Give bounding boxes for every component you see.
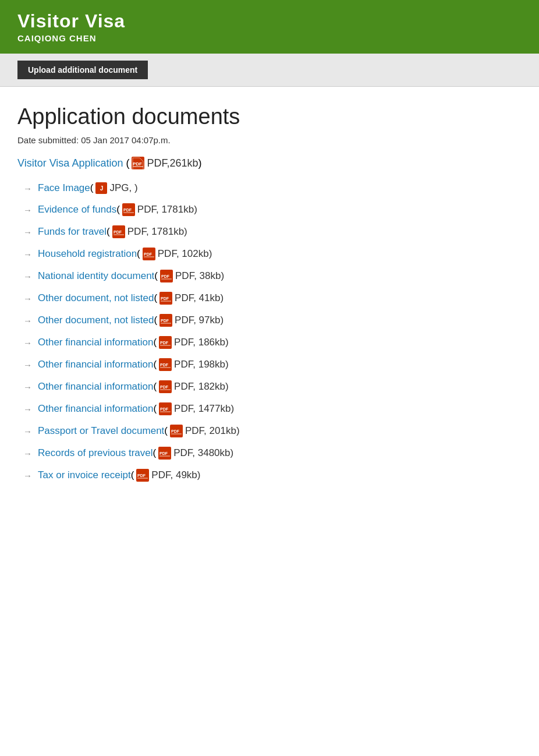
- open-paren: (: [107, 226, 110, 238]
- doc-meta: PDF, 182kb): [174, 381, 229, 393]
- open-paren: (: [154, 270, 158, 282]
- list-item: →Evidence of funds ( PDF PDF, 1781kb): [23, 203, 522, 216]
- pdf-icon: PDF: [159, 336, 172, 349]
- arrow-icon: →: [23, 404, 32, 414]
- open-paren: (: [116, 204, 120, 216]
- open-paren: (: [154, 292, 157, 304]
- open-paren: (: [153, 447, 156, 459]
- document-link[interactable]: Other financial information: [38, 359, 153, 370]
- document-link[interactable]: Other document, not listed: [38, 292, 154, 304]
- arrow-icon: →: [23, 316, 32, 326]
- content-area: Application documents Date submitted: 05…: [0, 87, 539, 514]
- svg-text:PDF: PDF: [171, 429, 180, 433]
- arrow-icon: →: [23, 249, 32, 259]
- document-link[interactable]: Household registration: [38, 248, 137, 260]
- open-paren: (: [154, 315, 157, 326]
- svg-text:PDF: PDF: [144, 252, 153, 256]
- arrow-icon: →: [23, 271, 32, 281]
- svg-text:PDF: PDF: [160, 341, 169, 345]
- arrow-icon: →: [23, 183, 32, 193]
- svg-text:PDF: PDF: [161, 274, 170, 278]
- list-item: →Other financial information ( PDF PDF, …: [23, 380, 522, 393]
- doc-meta: PDF, 38kb): [175, 270, 224, 282]
- list-item: →Other financial information ( PDF PDF, …: [23, 358, 522, 371]
- arrow-icon: →: [23, 227, 32, 237]
- doc-meta: PDF, 198kb): [174, 359, 229, 370]
- doc-meta: PDF, 1477kb): [174, 403, 234, 415]
- arrow-icon: →: [23, 338, 32, 348]
- document-link[interactable]: Passport or Travel document: [38, 425, 164, 437]
- arrow-icon: →: [23, 382, 32, 392]
- open-paren: (: [137, 248, 140, 260]
- svg-text:PDF: PDF: [123, 208, 132, 212]
- document-list: →Face Image (JPG, )→Evidence of funds ( …: [17, 182, 522, 482]
- pdf-icon: PDF: [136, 469, 149, 482]
- document-link[interactable]: Face Image: [38, 182, 90, 194]
- list-item: →Other financial information ( PDF PDF, …: [23, 336, 522, 349]
- document-link[interactable]: Other financial information: [38, 337, 153, 348]
- header: Visitor Visa CAIQIONG CHEN: [0, 0, 539, 54]
- list-item: →Other document, not listed ( PDF PDF, 4…: [23, 292, 522, 305]
- list-item: →Face Image (JPG, ): [23, 182, 522, 194]
- page-heading: Application documents: [17, 104, 522, 129]
- doc-meta: PDF, 3480kb): [173, 447, 233, 459]
- document-link[interactable]: Funds for travel: [38, 226, 107, 238]
- list-item: →Passport or Travel document ( PDF PDF, …: [23, 425, 522, 437]
- list-item: →Other document, not listed ( PDF PDF, 9…: [23, 314, 522, 327]
- doc-meta: JPG, ): [109, 182, 137, 194]
- pdf-icon: PDF: [159, 358, 172, 371]
- svg-text:PDF: PDF: [161, 296, 169, 301]
- header-subtitle: CAIQIONG CHEN: [17, 33, 522, 43]
- pdf-icon: PDF: [112, 225, 125, 238]
- document-link[interactable]: Other document, not listed: [38, 315, 154, 326]
- pdf-icon: PDF: [122, 203, 135, 216]
- doc-meta: PDF, 186kb): [174, 337, 229, 348]
- pdf-icon: PDF: [132, 157, 144, 169]
- pdf-icon: PDF: [159, 292, 172, 305]
- doc-meta: PDF, 1781kb): [137, 204, 197, 216]
- pdf-icon: PDF: [159, 402, 172, 415]
- pdf-icon: PDF: [160, 270, 173, 282]
- date-submitted: Date submitted: 05 Jan 2017 04:07p.m.: [17, 135, 522, 145]
- document-link[interactable]: Records of previous travel: [38, 447, 153, 459]
- doc-meta: PDF, 49kb): [151, 469, 200, 481]
- document-link[interactable]: National identity document: [38, 270, 154, 282]
- list-item: →Tax or invoice receipt ( PDF PDF, 49kb): [23, 469, 522, 482]
- header-title: Visitor Visa: [17, 10, 522, 32]
- arrow-icon: →: [23, 360, 32, 370]
- pdf-icon: PDF: [143, 248, 155, 260]
- list-item: →Funds for travel ( PDF PDF, 1781kb): [23, 225, 522, 238]
- open-paren: (: [131, 469, 134, 481]
- svg-text:PDF: PDF: [137, 474, 146, 478]
- arrow-icon: →: [23, 426, 32, 436]
- visitor-visa-application-link[interactable]: Visitor Visa Application: [17, 157, 123, 169]
- document-link[interactable]: Evidence of funds: [38, 204, 116, 216]
- open-paren: (: [90, 182, 94, 194]
- arrow-icon: →: [23, 448, 32, 458]
- svg-text:PDF: PDF: [161, 319, 169, 323]
- svg-text:PDF: PDF: [114, 230, 122, 234]
- open-paren: (: [153, 381, 157, 393]
- main-doc-meta: PDF,261kb: [147, 157, 198, 169]
- svg-text:PDF: PDF: [133, 161, 142, 167]
- doc-meta: PDF, 201kb): [185, 425, 240, 437]
- page-wrapper: Visitor Visa CAIQIONG CHEN Upload additi…: [0, 0, 539, 756]
- open-paren: (: [153, 403, 157, 415]
- upload-additional-document-button[interactable]: Upload additional document: [17, 61, 148, 79]
- main-doc-open-paren: (: [123, 157, 129, 169]
- pdf-icon: PDF: [159, 380, 172, 393]
- arrow-icon: →: [23, 471, 32, 481]
- arrow-icon: →: [23, 205, 32, 215]
- svg-text:PDF: PDF: [160, 363, 169, 367]
- doc-meta: PDF, 102kb): [158, 248, 212, 260]
- arrow-icon: →: [23, 294, 32, 303]
- list-item: →Other financial information ( PDF PDF, …: [23, 402, 522, 415]
- document-link[interactable]: Tax or invoice receipt: [38, 469, 131, 481]
- pdf-icon: PDF: [158, 447, 171, 460]
- pdf-icon: PDF: [170, 425, 183, 437]
- open-paren: (: [153, 337, 157, 348]
- document-link[interactable]: Other financial information: [38, 403, 153, 415]
- open-paren: (: [164, 425, 168, 437]
- list-item: →National identity document ( PDF PDF, 3…: [23, 270, 522, 282]
- document-link[interactable]: Other financial information: [38, 381, 153, 393]
